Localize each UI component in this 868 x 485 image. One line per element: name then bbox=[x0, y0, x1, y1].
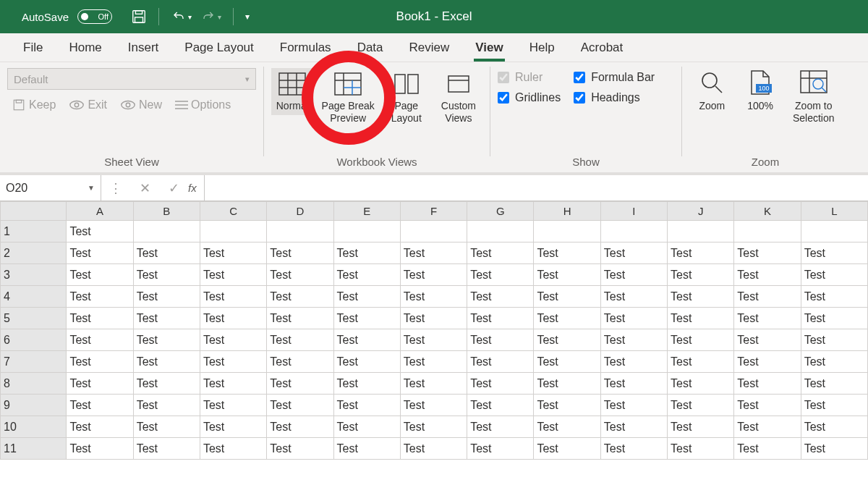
cell[interactable]: Test bbox=[668, 286, 734, 308]
cell[interactable]: Test bbox=[133, 308, 200, 329]
cell[interactable]: Test bbox=[801, 242, 867, 264]
cell[interactable]: Test bbox=[267, 242, 333, 264]
column-header[interactable]: J bbox=[668, 202, 734, 221]
cell[interactable]: Test bbox=[600, 416, 667, 438]
cell[interactable]: Test bbox=[534, 264, 600, 286]
chevron-down-icon[interactable]: ▼ bbox=[88, 184, 95, 192]
cell[interactable]: Test bbox=[267, 438, 333, 460]
cell[interactable]: Test bbox=[534, 395, 600, 416]
tab-view[interactable]: View bbox=[462, 33, 516, 62]
cell[interactable] bbox=[133, 221, 200, 242]
cell[interactable]: Test bbox=[600, 329, 667, 351]
cell[interactable]: Test bbox=[734, 416, 801, 438]
tab-help[interactable]: Help bbox=[516, 33, 568, 62]
cell[interactable]: Test bbox=[200, 308, 266, 329]
qat-customize-icon[interactable]: ▾ bbox=[245, 12, 250, 22]
cell[interactable]: Test bbox=[668, 373, 734, 395]
custom-views-button[interactable]: Custom Views bbox=[435, 68, 482, 127]
cell[interactable]: Test bbox=[668, 264, 734, 286]
cell[interactable]: Test bbox=[668, 242, 734, 264]
cell[interactable] bbox=[600, 221, 667, 242]
headings-checkbox[interactable]: Headings bbox=[574, 91, 655, 104]
cell[interactable]: Test bbox=[600, 308, 667, 329]
cell[interactable]: Test bbox=[734, 286, 801, 308]
cell[interactable]: Test bbox=[133, 329, 200, 351]
zoom-100-button[interactable]: 100 100% bbox=[738, 68, 783, 112]
cell[interactable]: Test bbox=[133, 264, 200, 286]
cell[interactable]: Test bbox=[668, 395, 734, 416]
cell[interactable]: Test bbox=[133, 395, 200, 416]
cell[interactable]: Test bbox=[801, 264, 867, 286]
row-header[interactable]: 4 bbox=[1, 286, 67, 308]
cell[interactable]: Test bbox=[333, 373, 400, 395]
formula-input[interactable] bbox=[205, 175, 868, 201]
cell[interactable]: Test bbox=[333, 286, 400, 308]
cell[interactable]: Test bbox=[534, 373, 600, 395]
cell[interactable]: Test bbox=[400, 395, 467, 416]
cell[interactable]: Test bbox=[133, 373, 200, 395]
tab-data[interactable]: Data bbox=[344, 33, 396, 62]
cell[interactable]: Test bbox=[534, 286, 600, 308]
cell[interactable]: Test bbox=[67, 242, 133, 264]
cell[interactable]: Test bbox=[801, 351, 867, 373]
row-header[interactable]: 7 bbox=[1, 351, 67, 373]
cell[interactable]: Test bbox=[333, 351, 400, 373]
cell[interactable]: Test bbox=[600, 264, 667, 286]
page-break-preview-button[interactable]: Page Break Preview bbox=[318, 68, 378, 127]
cell[interactable]: Test bbox=[600, 351, 667, 373]
cell[interactable] bbox=[534, 221, 600, 242]
tab-review[interactable]: Review bbox=[396, 33, 463, 62]
cell[interactable]: Test bbox=[467, 395, 534, 416]
row-header[interactable]: 9 bbox=[1, 395, 67, 416]
cell[interactable]: Test bbox=[534, 351, 600, 373]
cell[interactable]: Test bbox=[668, 308, 734, 329]
cell[interactable]: Test bbox=[267, 329, 333, 351]
cell[interactable]: Test bbox=[534, 242, 600, 264]
tab-home[interactable]: Home bbox=[56, 33, 114, 62]
new-button[interactable]: New bbox=[116, 97, 166, 113]
cell[interactable]: Test bbox=[600, 286, 667, 308]
cell[interactable]: Test bbox=[267, 308, 333, 329]
cell[interactable]: Test bbox=[668, 416, 734, 438]
cell[interactable]: Test bbox=[267, 373, 333, 395]
cell[interactable]: Test bbox=[467, 264, 534, 286]
column-header[interactable]: F bbox=[400, 202, 467, 221]
row-header[interactable]: 10 bbox=[1, 416, 67, 438]
cell[interactable] bbox=[400, 221, 467, 242]
tab-file[interactable]: File bbox=[10, 33, 56, 62]
name-box[interactable]: O20 ▼ bbox=[0, 175, 101, 201]
cell[interactable]: Test bbox=[534, 329, 600, 351]
cancel-icon[interactable]: ✕ bbox=[130, 180, 159, 196]
row-header[interactable]: 11 bbox=[1, 438, 67, 460]
undo-icon[interactable]: ▾ bbox=[171, 10, 192, 23]
cell[interactable]: Test bbox=[267, 351, 333, 373]
normal-view-button[interactable]: Normal bbox=[271, 68, 314, 115]
cell[interactable] bbox=[801, 221, 867, 242]
cell[interactable]: Test bbox=[400, 351, 467, 373]
cell[interactable]: Test bbox=[267, 264, 333, 286]
zoom-to-selection-button[interactable]: Zoom to Selection bbox=[786, 68, 841, 125]
cell[interactable]: Test bbox=[801, 286, 867, 308]
cell[interactable]: Test bbox=[200, 329, 266, 351]
row-header[interactable]: 3 bbox=[1, 264, 67, 286]
cell[interactable]: Test bbox=[200, 242, 266, 264]
row-header[interactable]: 2 bbox=[1, 242, 67, 264]
tab-insert[interactable]: Insert bbox=[115, 33, 172, 62]
cell[interactable]: Test bbox=[400, 286, 467, 308]
column-header[interactable]: H bbox=[534, 202, 600, 221]
sheet-view-dropdown[interactable]: Default ▾ bbox=[7, 68, 256, 90]
cell[interactable]: Test bbox=[734, 438, 801, 460]
cell[interactable]: Test bbox=[801, 416, 867, 438]
cell[interactable]: Test bbox=[467, 242, 534, 264]
cell[interactable]: Test bbox=[200, 438, 266, 460]
cell[interactable]: Test bbox=[333, 329, 400, 351]
cell[interactable] bbox=[267, 221, 333, 242]
cell[interactable]: Test bbox=[400, 438, 467, 460]
cell[interactable] bbox=[668, 221, 734, 242]
fx-label[interactable]: fx bbox=[188, 182, 204, 194]
cell[interactable]: Test bbox=[600, 438, 667, 460]
cell[interactable]: Test bbox=[668, 438, 734, 460]
cell[interactable]: Test bbox=[67, 373, 133, 395]
cell[interactable]: Test bbox=[801, 329, 867, 351]
cell[interactable]: Test bbox=[467, 329, 534, 351]
